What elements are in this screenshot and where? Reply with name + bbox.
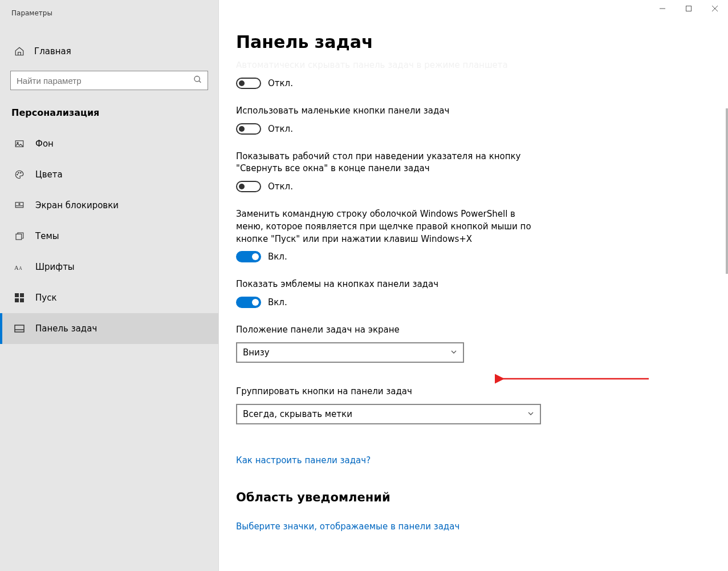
toggle-state-text: Откл. [268,181,293,192]
chevron-down-icon [527,409,534,419]
setting-label-cutoff: Автоматически скрывать панель задач в ре… [236,62,722,72]
setting-label: Положение панели задач на экране [236,324,544,337]
sidebar-item-start[interactable]: Пуск [0,282,218,313]
chevron-down-icon [450,347,457,358]
select-combine-buttons[interactable]: Всегда, скрывать метки [236,404,541,424]
sidebar-item-label: Фон [35,139,54,149]
taskbar-icon [14,323,25,334]
window-controls [649,0,728,17]
svg-rect-12 [20,293,24,297]
toggle-replace-cmd-powershell[interactable] [236,251,261,262]
svg-rect-16 [686,6,692,11]
select-value: Всегда, скрывать метки [243,409,352,419]
svg-point-4 [18,172,19,173]
svg-point-5 [21,172,22,173]
close-button[interactable] [702,0,728,17]
svg-text:A: A [14,265,19,271]
setting-small-buttons: Использовать маленькие кнопки панели зад… [236,105,544,135]
search-input[interactable] [10,71,208,90]
select-value: Внизу [243,347,270,358]
section-header-notification-area: Область уведомлений [236,491,722,504]
setting-label: Группировать кнопки на панели задач [236,386,544,398]
sidebar-item-colors[interactable]: Цвета [0,159,218,190]
sidebar: Параметры Главная Персонализация Фон Цве… [0,0,219,571]
app-title: Параметры [0,0,218,23]
svg-rect-11 [15,293,19,297]
setting-show-badges: Показать эмблемы на кнопках панели задач… [236,278,544,308]
setting-label: Заменить командную строку оболочкой Wind… [236,208,544,245]
svg-rect-14 [20,298,24,302]
toggle-state-text: Откл. [268,124,293,134]
sidebar-item-label: Экран блокировки [35,200,119,210]
toggle-peek-desktop[interactable] [236,181,261,192]
sidebar-group-header: Персонализация [0,102,218,128]
sidebar-item-label: Шрифты [35,262,75,272]
minimize-button[interactable] [649,0,676,17]
sidebar-item-label: Пуск [35,293,56,303]
link-select-notification-icons[interactable]: Выберите значки, отображаемые в панели з… [236,521,459,532]
sidebar-item-label: Панель задач [35,323,97,334]
svg-point-7 [19,204,20,205]
fonts-icon: AA [14,261,25,273]
sidebar-item-background[interactable]: Фон [0,128,218,159]
search-icon [193,75,202,86]
toggle-small-buttons[interactable] [236,123,261,135]
setting-replace-cmd-powershell: Заменить командную строку оболочкой Wind… [236,208,544,262]
svg-point-3 [17,174,18,175]
setting-label: Показать эмблемы на кнопках панели задач [236,278,544,291]
settings-content: Автоматически скрывать панель задач в ре… [236,62,722,571]
toggle-state-text: Вкл. [268,252,287,262]
setting-taskbar-position: Положение панели задач на экране Внизу [236,324,544,363]
main-panel: Панель задач Автоматически скрывать пане… [219,0,728,571]
setting-peek-desktop: Показывать рабочий стол при наведении ук… [236,151,544,193]
setting-label: Показывать рабочий стол при наведении ук… [236,151,544,176]
sidebar-item-label: Темы [35,231,59,241]
sidebar-item-lockscreen[interactable]: Экран блокировки [0,190,218,221]
toggle-tablet-autohide[interactable] [236,78,261,89]
svg-rect-15 [15,325,24,332]
toggle-state-text: Вкл. [268,297,287,307]
home-nav[interactable]: Главная [0,40,218,63]
home-icon [14,46,25,57]
setting-label: Использовать маленькие кнопки панели зад… [236,105,544,118]
image-icon [14,138,25,149]
svg-point-0 [194,76,200,82]
themes-icon [14,230,25,242]
setting-combine-buttons: Группировать кнопки на панели задач Всег… [236,386,544,424]
svg-rect-8 [16,234,22,240]
toggle-state-text: Откл. [268,78,293,88]
sidebar-item-label: Цвета [35,169,63,180]
home-label: Главная [34,46,71,56]
link-taskbar-howto[interactable]: Как настроить панели задач? [236,455,371,465]
toggle-show-badges[interactable] [236,297,261,308]
start-icon [14,292,25,303]
search-wrap [10,71,208,90]
sidebar-item-themes[interactable]: Темы [0,221,218,252]
lock-screen-icon [14,200,25,211]
setting-tablet-autohide: Откл. [236,78,544,89]
maximize-button[interactable] [676,0,702,17]
select-taskbar-position[interactable]: Внизу [236,342,464,363]
sidebar-item-taskbar[interactable]: Панель задач [0,313,218,344]
scrollbar-thumb[interactable] [726,108,728,274]
palette-icon [14,169,25,180]
nav-list: Фон Цвета Экран блокировки Темы AA Шрифт… [0,128,218,344]
svg-rect-13 [15,298,19,302]
sidebar-item-fonts[interactable]: AA Шрифты [0,252,218,282]
svg-text:A: A [19,266,22,271]
